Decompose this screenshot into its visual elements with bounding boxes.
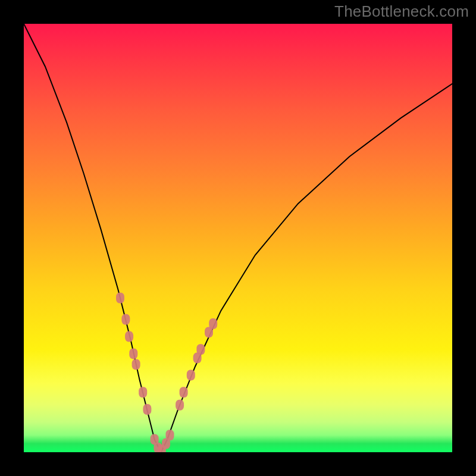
data-marker: [139, 387, 147, 397]
watermark-text: TheBottleneck.com: [334, 2, 469, 21]
data-marker: [187, 369, 195, 380]
data-marker: [166, 430, 174, 440]
data-marker: [196, 344, 205, 355]
data-marker: [176, 400, 184, 411]
data-marker: [121, 314, 130, 325]
chart-svg: [24, 24, 452, 452]
data-marker: [143, 404, 151, 415]
data-marker: [116, 293, 124, 303]
chart-container: TheBottleneck.com: [0, 0, 476, 476]
data-marker: [129, 348, 137, 359]
bottleneck-curve: [24, 24, 452, 452]
data-marker: [209, 318, 217, 329]
data-marker: [180, 387, 188, 397]
data-marker: [132, 359, 140, 369]
data-marker: [125, 331, 133, 342]
